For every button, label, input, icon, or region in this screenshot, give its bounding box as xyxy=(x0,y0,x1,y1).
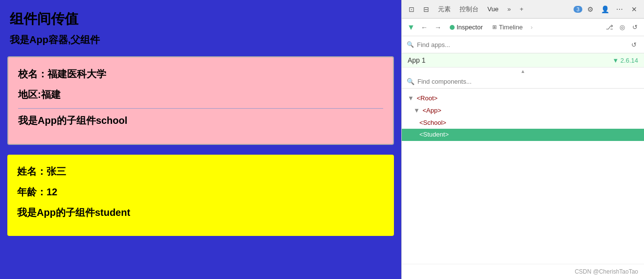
timeline-grid-icon: ⊞ xyxy=(492,24,497,30)
student-age: 年龄：12 xyxy=(17,185,384,199)
school-component: 校名：福建医科大学 地区:福建 我是App的子组件school xyxy=(7,56,394,145)
app-row-version: ▼ 2.6.14 xyxy=(612,57,638,64)
forward-button[interactable]: → xyxy=(432,22,444,33)
inspector-label: Inspector xyxy=(457,23,483,31)
screenshot-icon[interactable]: ⊡ xyxy=(405,2,418,16)
tab-console[interactable]: 控制台 xyxy=(456,2,483,16)
find-components-search-icon: 🔍 xyxy=(407,78,414,85)
school-divider xyxy=(18,108,383,109)
student-component: 姓名：张三 年龄：12 我是App的子组件student xyxy=(7,155,394,236)
app-header: 组件间传值 我是App容器,父组件 xyxy=(0,0,401,51)
app-preview: 组件间传值 我是App容器,父组件 校名：福建医科大学 地区:福建 我是App的… xyxy=(0,0,401,279)
school-region: 地区:福建 xyxy=(18,88,383,101)
app-tag: <App> xyxy=(422,107,441,114)
app-title: 组件间传值 xyxy=(10,10,391,28)
inspector-dot xyxy=(450,25,455,30)
tree-root[interactable]: ▼ <Root> xyxy=(402,93,644,105)
student-component-label: 我是App的子组件student xyxy=(17,206,384,219)
profile-icon[interactable]: 👤 xyxy=(598,2,612,16)
timeline-label: Timeline xyxy=(499,23,523,31)
find-components-input[interactable] xyxy=(417,78,639,85)
overflow-icon[interactable]: ⋯ xyxy=(613,2,626,16)
root-tag: <Root> xyxy=(416,94,437,102)
find-components-bar: 🔍 xyxy=(402,75,644,89)
search-icon: 🔍 xyxy=(407,41,414,48)
tree-school[interactable]: <School> xyxy=(402,117,644,129)
settings-icon[interactable]: ⚙ xyxy=(583,2,597,16)
component-tree: ▼ <Root> ▼ <App> <School> <Student> xyxy=(402,89,644,264)
tree-app[interactable]: ▼ <App> xyxy=(402,105,644,117)
back-button[interactable]: ← xyxy=(418,22,430,33)
school-tag: <School> xyxy=(419,119,446,126)
school-component-label: 我是App的子组件school xyxy=(18,114,383,127)
tab-vue[interactable]: Vue xyxy=(483,2,503,16)
inspector-tab[interactable]: Inspector xyxy=(446,22,486,32)
tab-elements[interactable]: 元素 xyxy=(434,2,455,16)
app-row-label: App 1 xyxy=(408,56,426,64)
refresh-icon[interactable]: ↺ xyxy=(629,22,640,33)
watermark-text: CSDN @CherishTaoTao xyxy=(575,268,638,275)
find-apps-input[interactable] xyxy=(417,41,625,48)
student-name: 姓名：张三 xyxy=(17,164,384,178)
inspector-toolbar: ▼ ← → Inspector ⊞ Timeline › ⎇ ◎ ↺ xyxy=(402,19,644,36)
timeline-tab[interactable]: ⊞ Timeline xyxy=(488,22,527,32)
find-apps-bar: 🔍 ↺ xyxy=(402,36,644,53)
tab-add[interactable]: + xyxy=(516,2,528,16)
collapse-arrow[interactable]: ▲ xyxy=(402,68,644,75)
devtools-panel: ⊡ ⊟ 元素 控制台 Vue » + 3 ⚙ 👤 ⋯ ✕ ▼ ← → xyxy=(401,0,644,279)
footer-watermark: CSDN @CherishTaoTao xyxy=(402,264,644,279)
school-name: 校名：福建医科大学 xyxy=(18,67,383,81)
tab-badge: 3 xyxy=(574,6,582,13)
app-subtitle: 我是App容器,父组件 xyxy=(10,33,391,46)
tab-more[interactable]: » xyxy=(504,2,515,16)
tree-icon[interactable]: ⎇ xyxy=(604,22,615,33)
close-icon[interactable]: ✕ xyxy=(627,2,641,16)
tree-student[interactable]: <Student> xyxy=(402,129,644,141)
vue-v-icon: ▼ xyxy=(407,23,415,32)
refresh-apps-icon[interactable]: ↺ xyxy=(628,39,639,50)
root-arrow: ▼ xyxy=(408,94,415,102)
app-row[interactable]: App 1 ▼ 2.6.14 xyxy=(402,53,644,68)
target-icon[interactable]: ◎ xyxy=(617,22,627,33)
student-tag: <Student> xyxy=(419,131,449,138)
app-arrow: ▼ xyxy=(414,107,421,114)
vue-logo: ▼ xyxy=(406,22,416,33)
devtools-tab-bar: ⊡ ⊟ 元素 控制台 Vue » + 3 ⚙ 👤 ⋯ ✕ xyxy=(402,0,644,19)
inspect-icon[interactable]: ⊟ xyxy=(419,2,433,16)
